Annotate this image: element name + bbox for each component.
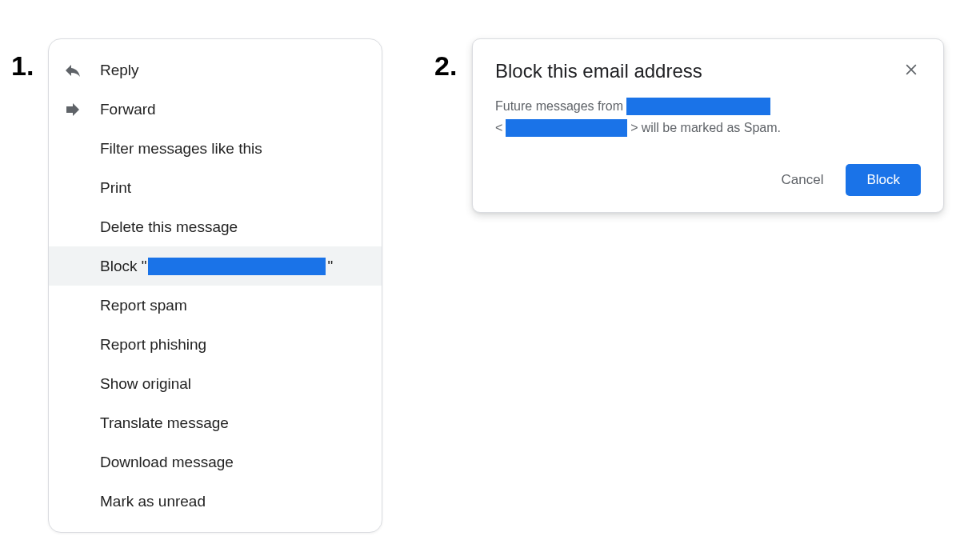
dialog-body: Future messages from < > will be marked … xyxy=(495,95,921,138)
menu-item-label: Forward xyxy=(100,101,156,118)
menu-item-label: Download message xyxy=(100,454,234,471)
menu-item-download[interactable]: Download message xyxy=(49,442,382,482)
step-number-1: 1. xyxy=(11,50,34,82)
menu-item-label: Delete this message xyxy=(100,218,238,236)
block-button[interactable]: Block xyxy=(846,164,921,196)
menu-item-label: Show original xyxy=(100,375,191,393)
dialog-header: Block this email address xyxy=(495,60,921,82)
menu-item-mark-unread[interactable]: Mark as unread xyxy=(49,482,382,521)
body-text-prefix: Future messages from xyxy=(495,95,623,117)
reply-icon xyxy=(63,61,100,80)
menu-item-label: Print xyxy=(100,179,131,197)
redacted-sender-name xyxy=(626,98,770,115)
label-suffix: " xyxy=(327,258,333,275)
label-prefix: Block " xyxy=(100,258,146,275)
body-text-suffix: will be marked as Spam. xyxy=(642,117,781,138)
close-icon[interactable] xyxy=(902,60,921,82)
menu-item-label: Block " " xyxy=(100,258,333,275)
menu-item-label: Reply xyxy=(100,62,139,79)
menu-item-print[interactable]: Print xyxy=(49,168,382,207)
menu-item-label: Translate message xyxy=(100,414,229,432)
menu-item-block-sender[interactable]: Block " " xyxy=(49,246,382,286)
menu-item-report-spam[interactable]: Report spam xyxy=(49,286,382,325)
cancel-button[interactable]: Cancel xyxy=(774,166,832,194)
message-context-menu: Reply Forward Filter messages like this … xyxy=(48,38,382,533)
forward-icon xyxy=(63,100,100,119)
angle-open: < xyxy=(495,117,502,138)
block-sender-dialog: Block this email address Future messages… xyxy=(472,38,944,213)
dialog-title: Block this email address xyxy=(495,60,702,82)
menu-item-reply[interactable]: Reply xyxy=(49,50,382,90)
step-number-2: 2. xyxy=(434,50,457,82)
redacted-sender-name xyxy=(148,258,326,275)
menu-item-delete[interactable]: Delete this message xyxy=(49,207,382,246)
menu-item-forward[interactable]: Forward xyxy=(49,90,382,129)
menu-item-label: Report phishing xyxy=(100,336,206,354)
menu-item-show-original[interactable]: Show original xyxy=(49,364,382,403)
redacted-sender-email xyxy=(506,119,627,137)
menu-item-report-phishing[interactable]: Report phishing xyxy=(49,325,382,364)
menu-item-label: Filter messages like this xyxy=(100,140,262,158)
menu-item-translate[interactable]: Translate message xyxy=(49,403,382,442)
menu-item-label: Mark as unread xyxy=(100,493,206,510)
dialog-actions: Cancel Block xyxy=(495,164,921,196)
menu-item-filter[interactable]: Filter messages like this xyxy=(49,129,382,168)
menu-item-label: Report spam xyxy=(100,297,187,314)
angle-close: > xyxy=(630,117,638,138)
